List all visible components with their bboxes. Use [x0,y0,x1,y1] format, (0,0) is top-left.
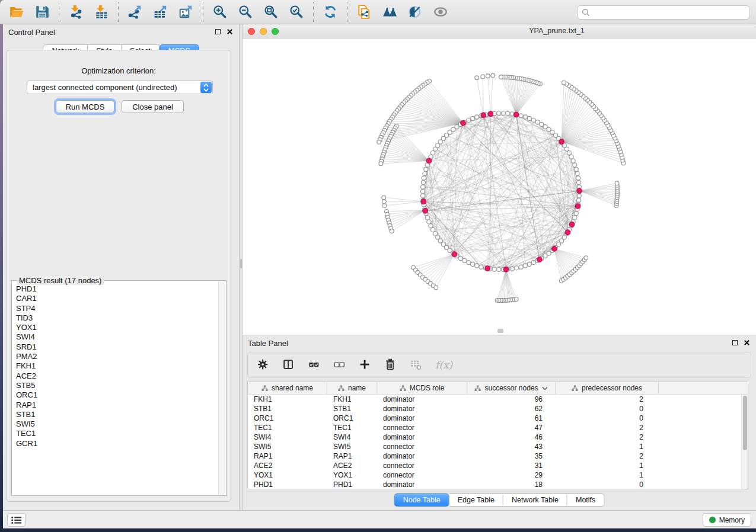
network-node[interactable] [458,256,462,260]
network-graph[interactable] [243,39,756,335]
table-row[interactable]: TEC1TEC1connector472 [248,423,741,432]
mcds-result-item[interactable]: SWI5 [16,419,225,429]
clone-network-icon[interactable] [356,4,372,20]
network-node[interactable] [421,194,425,198]
network-node[interactable] [427,220,431,224]
close-panel-button[interactable]: Close panel [122,100,184,113]
mcds-result-item[interactable]: SRD1 [16,342,225,352]
leaf-node[interactable] [584,256,588,260]
network-node[interactable] [519,114,523,118]
zoom-in-icon[interactable] [212,4,228,20]
table-row[interactable]: ORC1ORC1dominator610 [248,414,741,423]
network-node[interactable] [471,116,475,120]
leaf-node[interactable] [434,286,438,290]
mcds-node[interactable] [575,204,580,209]
network-node[interactable] [433,147,437,151]
export-network-icon[interactable] [127,4,143,20]
mcds-result-item[interactable]: RAP1 [16,400,225,410]
network-node[interactable] [423,172,427,176]
table-scrollbar[interactable] [741,395,748,489]
network-node[interactable] [527,116,531,120]
mcds-result-item[interactable]: TID3 [16,313,225,323]
leaf-node[interactable] [382,196,386,200]
float-table-panel-icon[interactable] [732,340,738,345]
export-image-icon[interactable] [178,4,194,20]
mcds-result-item[interactable]: SWI4 [16,332,225,342]
network-node[interactable] [574,211,578,216]
network-node[interactable] [501,111,505,116]
network-node[interactable] [577,194,581,198]
network-node[interactable] [576,176,580,180]
window-maximize-icon[interactable] [272,28,279,35]
table-row[interactable]: YOX1YOX1connector291 [248,470,741,480]
network-node[interactable] [567,151,571,155]
mcds-node[interactable] [559,139,564,145]
network-node[interactable] [523,115,527,119]
network-node[interactable] [510,267,514,271]
mcds-node[interactable] [537,257,543,262]
gear-icon[interactable] [257,358,270,371]
window-minimize-icon[interactable] [260,28,267,35]
mcds-result-item[interactable]: PHD1 [16,284,225,294]
float-panel-icon[interactable] [215,29,221,34]
column-header-name[interactable]: name [327,382,377,394]
network-node[interactable] [531,118,535,122]
split-panel-icon[interactable] [282,358,295,371]
visual-style-icon[interactable] [407,4,423,20]
select-all-icon[interactable] [308,358,321,371]
mcds-result-item[interactable]: CAR1 [16,294,225,303]
mcds-result-item[interactable]: ORC1 [16,390,225,400]
export-table-icon[interactable] [153,4,168,20]
table-row[interactable]: STB1STB1dominator620 [248,404,741,414]
tab-network-table[interactable]: Network Table [503,493,567,507]
leaf-node[interactable] [514,297,518,302]
leaf-node[interactable] [382,204,387,208]
leaf-node[interactable] [486,74,490,78]
leaf-node[interactable] [377,140,381,144]
mcds-list-scrollbar[interactable] [218,281,225,495]
mcds-result-item[interactable]: YOX1 [16,323,225,332]
column-header-successor-nodes[interactable]: successor nodes [467,382,556,394]
leaf-node[interactable] [562,81,566,85]
network-node[interactable] [523,264,527,268]
criterion-dropdown[interactable]: largest connected component (undirected) [27,81,213,94]
table-row[interactable]: PHD1PHD1dominator180 [248,480,741,489]
tab-motifs[interactable]: Motifs [567,493,604,507]
leaf-node[interactable] [390,229,394,233]
leaf-node[interactable] [491,73,495,78]
refresh-icon[interactable] [323,4,338,20]
window-close-icon[interactable] [248,28,255,35]
network-node[interactable] [577,180,581,184]
delete-icon[interactable] [384,358,397,371]
mcds-result-item[interactable]: GCR1 [16,439,225,448]
search-network-icon[interactable] [382,4,397,20]
table-row[interactable]: RAP1RAP1dominator352 [248,451,741,461]
close-table-panel-icon[interactable] [744,339,750,346]
mcds-result-item[interactable]: ACE2 [16,371,225,381]
network-node[interactable] [497,111,501,116]
save-icon[interactable] [34,4,50,20]
network-node[interactable] [531,261,535,265]
table-row[interactable]: SWI4SWI4dominator462 [248,432,741,442]
network-node[interactable] [571,159,575,163]
mcds-node[interactable] [426,158,432,164]
memory-button[interactable]: Memory [703,513,751,527]
network-node[interactable] [467,118,471,122]
network-node[interactable] [519,265,523,269]
delete-table-icon[interactable] [410,358,423,371]
network-view[interactable] [243,39,756,335]
run-mcds-button[interactable]: Run MCDS [56,100,114,113]
mcds-node[interactable] [481,113,486,118]
mcds-result-item[interactable]: FKH1 [16,361,225,371]
mcds-node[interactable] [423,209,428,214]
mcds-node[interactable] [503,267,509,272]
function-builder-icon[interactable]: f(x) [435,359,452,371]
search-input[interactable] [577,5,750,20]
mcds-result-item[interactable]: PMA2 [16,352,225,361]
leaf-node[interactable] [499,75,503,79]
mcds-node[interactable] [551,246,557,252]
network-node[interactable] [527,262,531,266]
import-network-icon[interactable] [68,4,84,20]
table-row[interactable]: ACE2ACE2connector311 [248,461,741,470]
task-history-button[interactable] [7,513,25,527]
